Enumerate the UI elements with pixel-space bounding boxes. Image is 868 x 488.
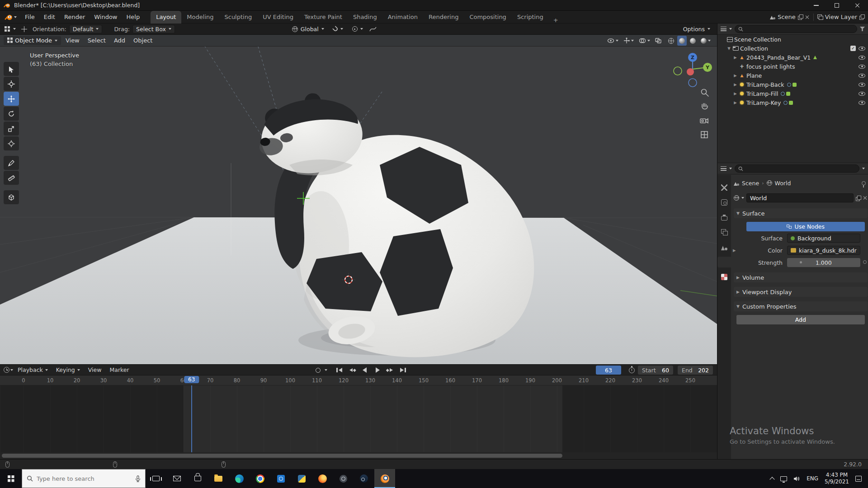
strength-field[interactable]: 1.000 [787, 258, 860, 267]
menu-item[interactable]: File [20, 11, 39, 23]
workspace-tab[interactable]: Compositing [464, 11, 512, 23]
taskbar-app[interactable] [229, 469, 250, 488]
outliner-row[interactable]: ▶ 20443_Panda_Bear_V1 [717, 53, 868, 62]
taskbar-app[interactable] [208, 469, 229, 488]
auto-keying-toggle[interactable] [312, 366, 324, 375]
tool-box-select[interactable] [4, 62, 19, 76]
breadcrumb-scene[interactable]: Scene [742, 180, 759, 187]
hide-eye-toggle[interactable] [859, 56, 865, 60]
unlink-datablock-icon[interactable] [863, 196, 868, 200]
chevron-down-icon[interactable] [729, 168, 732, 169]
taskbar-clock[interactable]: 4:43 PM 5/9/2021 [825, 472, 849, 485]
object-name[interactable]: Scene Collection [734, 36, 781, 43]
unlink-scene-icon[interactable] [805, 15, 810, 19]
hide-eye-toggle[interactable] [859, 92, 865, 96]
tool-measure[interactable] [4, 171, 19, 185]
light-data-icon[interactable] [786, 92, 790, 96]
outliner-row[interactable]: ▶ TriLamp-Fill [717, 89, 868, 98]
disclosure-arrow[interactable]: ▶ [732, 55, 738, 60]
disclosure-arrow[interactable]: ▶ [732, 100, 738, 105]
volume-icon[interactable] [793, 476, 800, 482]
timeline-playhead[interactable] [191, 385, 192, 452]
workspace-tab[interactable]: UV Editing [257, 11, 299, 23]
outliner-row[interactable]: ▼ Collection [717, 44, 868, 53]
taskbar-search-input[interactable] [37, 475, 132, 482]
tool-annotate[interactable] [4, 156, 19, 170]
viewport-menu-item[interactable]: Object [130, 37, 156, 44]
constraint-icon[interactable] [781, 92, 785, 96]
copy-datablock-icon[interactable] [856, 196, 861, 201]
outliner-row[interactable]: ▶ Plane [717, 71, 868, 80]
light-data-icon[interactable] [789, 101, 793, 105]
shading-material-button[interactable] [688, 36, 698, 46]
timeline-editor[interactable]: Playback Keying View Marker [0, 364, 717, 459]
timeline-menu[interactable]: Keying [52, 366, 84, 373]
tool-scale[interactable] [4, 122, 19, 136]
workspace-tab[interactable]: Sculpting [219, 11, 257, 23]
constraint-icon[interactable] [787, 83, 791, 87]
close-button[interactable] [847, 0, 868, 11]
scene-selector[interactable]: Scene [766, 11, 813, 23]
gizmos-dropdown[interactable] [622, 36, 636, 46]
outliner-row[interactable]: ▶ TriLamp-Key [717, 98, 868, 107]
properties-tab[interactable] [717, 257, 731, 267]
chevron-down-icon[interactable] [729, 28, 732, 30]
current-frame-field[interactable]: 63 [596, 366, 621, 375]
transport-button[interactable] [384, 366, 396, 375]
use-nodes-button[interactable]: Use Nodes [746, 222, 865, 231]
proportional-edit-toggle[interactable] [349, 25, 366, 33]
chevron-down-icon[interactable] [13, 28, 16, 30]
hide-eye-toggle[interactable] [859, 74, 865, 78]
timeline-scrollbar[interactable] [0, 452, 717, 460]
object-name[interactable]: TriLamp-Key [746, 99, 781, 106]
properties-tab[interactable] [718, 227, 731, 238]
mode-dropdown[interactable]: Object Mode [4, 36, 61, 45]
axis-x[interactable] [687, 68, 694, 75]
breadcrumb-world[interactable]: World [775, 180, 791, 187]
workspace-tab[interactable]: Animation [382, 11, 423, 23]
menu-item[interactable]: Edit [39, 11, 60, 23]
timeline-menu[interactable]: Playback [14, 366, 52, 373]
menu-item[interactable]: Window [90, 11, 122, 23]
constraint-icon[interactable] [783, 101, 788, 105]
properties-search-input[interactable] [745, 165, 856, 172]
shading-rendered-button[interactable] [699, 36, 712, 46]
shading-wireframe-button[interactable] [666, 36, 676, 46]
chevron-down-icon[interactable] [741, 197, 744, 199]
properties-search[interactable] [735, 164, 859, 173]
disclosure-arrow[interactable]: ▶ [732, 73, 738, 78]
disclosure-arrow[interactable]: ▶ [732, 91, 738, 96]
timeline-menu[interactable]: View [85, 366, 105, 373]
transport-button[interactable] [334, 366, 345, 375]
object-name[interactable]: TriLamp-Back [746, 81, 784, 88]
menu-item[interactable]: Help [122, 11, 145, 23]
hide-eye-toggle[interactable] [859, 83, 865, 87]
taskbar-app[interactable] [166, 469, 187, 488]
add-custom-property-button[interactable]: Add [736, 315, 865, 324]
outliner-row[interactable]: Scene Collection [717, 35, 868, 44]
disclosure-arrow[interactable]: ▶ [732, 82, 738, 87]
world-name-field[interactable]: World [746, 193, 854, 202]
properties-tab[interactable] [718, 212, 731, 223]
tool-cursor[interactable] [4, 77, 19, 91]
viewport-3d[interactable]: Object Mode View Select Add Object [0, 35, 717, 364]
transport-button[interactable] [397, 366, 409, 375]
drag-dropdown[interactable]: Select Box [132, 25, 175, 33]
keyframe-dot-icon[interactable] [800, 261, 802, 263]
timeline-ruler[interactable]: 63 0102030405060708090100110120130140150… [0, 375, 717, 385]
volume-panel-header[interactable]: ▶ Volume [734, 272, 868, 282]
object-name[interactable]: TriLamp-Fill [746, 90, 778, 97]
collection-checkbox[interactable] [850, 46, 856, 51]
playhead-badge[interactable]: 63 [184, 376, 199, 383]
environment-texture-field[interactable]: kiara_9_dusk_8k.hdr [787, 246, 860, 255]
start-button[interactable] [0, 469, 22, 488]
stopwatch-icon[interactable] [629, 367, 635, 373]
workspace-tab[interactable]: Layout [151, 11, 181, 23]
taskbar-app[interactable] [187, 469, 208, 488]
mesh-data-icon[interactable] [813, 56, 817, 59]
properties-editor-icon[interactable] [721, 166, 726, 171]
add-workspace-button[interactable]: + [549, 17, 563, 23]
animate-decorator-icon[interactable] [863, 260, 867, 264]
tool-rotate[interactable] [4, 107, 19, 121]
hide-eye-toggle[interactable] [859, 47, 865, 51]
